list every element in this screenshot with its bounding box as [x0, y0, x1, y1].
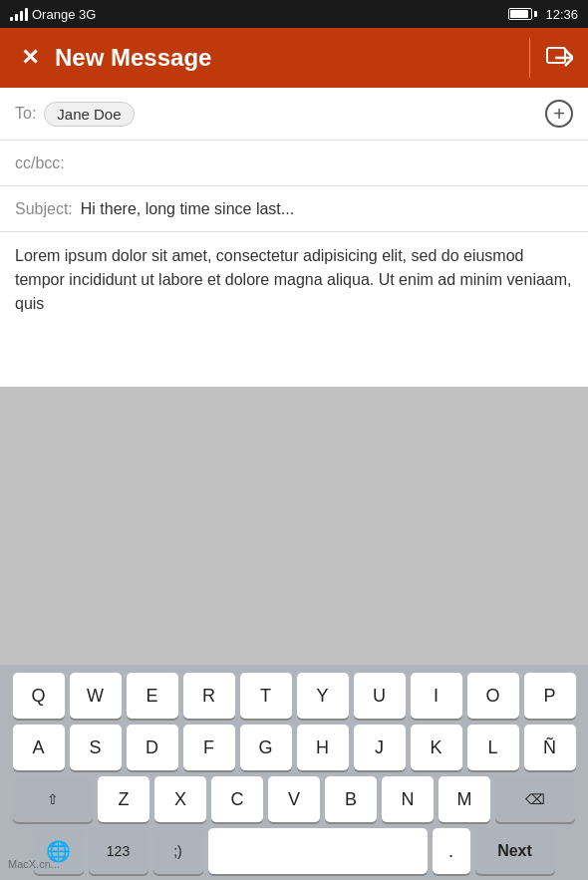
key-h[interactable]: H — [297, 725, 349, 770]
subject-field-row[interactable]: Subject: Hi there, long time since last.… — [0, 186, 588, 232]
key-n[interactable]: N — [382, 776, 434, 822]
num-key[interactable]: 123 — [89, 828, 148, 874]
to-field-row: To: Jane Doe + — [0, 88, 588, 141]
keyboard-row-2: A S D F G H J K L Ñ — [4, 725, 584, 770]
key-l[interactable]: L — [467, 725, 519, 770]
subject-label: Subject: — [15, 200, 73, 218]
key-j[interactable]: J — [354, 725, 406, 770]
key-b[interactable]: B — [325, 776, 377, 822]
key-g[interactable]: G — [240, 725, 292, 770]
key-x[interactable]: X — [154, 776, 206, 822]
keyboard-row-3: ⇧ Z X C V B N M ⌫ — [4, 776, 584, 822]
key-e[interactable]: E — [127, 673, 178, 719]
status-left: Orange 3G — [10, 7, 96, 22]
page-title: New Message — [55, 44, 529, 72]
key-a[interactable]: A — [13, 725, 65, 770]
space-key[interactable] — [208, 828, 428, 874]
svg-rect-0 — [547, 48, 565, 63]
key-n-tilde[interactable]: Ñ — [524, 725, 576, 770]
recipient-chip[interactable]: Jane Doe — [44, 102, 134, 127]
delete-key[interactable]: ⌫ — [495, 776, 575, 822]
battery-icon — [508, 8, 537, 20]
key-p[interactable]: P — [524, 673, 576, 719]
key-w[interactable]: W — [70, 673, 122, 719]
send-icon — [545, 46, 573, 70]
carrier-label: Orange 3G — [32, 7, 96, 22]
key-u[interactable]: U — [354, 673, 406, 719]
shift-key[interactable]: ⇧ — [13, 776, 93, 822]
cc-field-row[interactable]: cc/bcc: — [0, 141, 588, 186]
keyboard-row-1: Q W E R T Y U I O P — [4, 673, 584, 719]
period-key[interactable]: . — [433, 828, 470, 874]
status-right: 12:36 — [508, 7, 578, 22]
key-t[interactable]: T — [240, 673, 292, 719]
next-key[interactable]: Next — [475, 828, 555, 874]
key-y[interactable]: Y — [297, 673, 349, 719]
header: ✕ New Message — [0, 28, 588, 88]
key-v[interactable]: V — [268, 776, 320, 822]
watermark: MacX.cn... — [8, 858, 60, 870]
send-button[interactable] — [529, 38, 573, 78]
key-s[interactable]: S — [70, 725, 122, 770]
email-compose-area: To: Jane Doe + cc/bcc: Subject: Hi there… — [0, 88, 588, 387]
cc-label: cc/bcc: — [15, 154, 65, 172]
email-body[interactable]: Lorem ipsum dolor sit amet, consectetur … — [0, 232, 588, 387]
close-button[interactable]: ✕ — [15, 45, 45, 71]
key-r[interactable]: R — [183, 673, 235, 719]
key-f[interactable]: F — [183, 725, 235, 770]
key-o[interactable]: O — [467, 673, 519, 719]
key-z[interactable]: Z — [98, 776, 149, 822]
key-m[interactable]: M — [439, 776, 490, 822]
subject-value: Hi there, long time since last... — [81, 200, 294, 218]
key-c[interactable]: C — [211, 776, 263, 822]
key-i[interactable]: I — [411, 673, 462, 719]
emoji-key[interactable]: ;) — [153, 828, 203, 874]
signal-icon — [10, 7, 28, 21]
key-k[interactable]: K — [411, 725, 462, 770]
key-q[interactable]: Q — [13, 673, 65, 719]
status-bar: Orange 3G 12:36 — [0, 0, 588, 28]
to-label: To: — [15, 105, 36, 123]
key-d[interactable]: D — [127, 725, 178, 770]
time-label: 12:36 — [545, 7, 578, 22]
add-recipient-button[interactable]: + — [545, 100, 573, 128]
keyboard: Q W E R T Y U I O P A S D F G H J K L Ñ … — [0, 665, 588, 880]
keyboard-bottom-row: 🌐 123 ;) . Next — [4, 828, 584, 874]
